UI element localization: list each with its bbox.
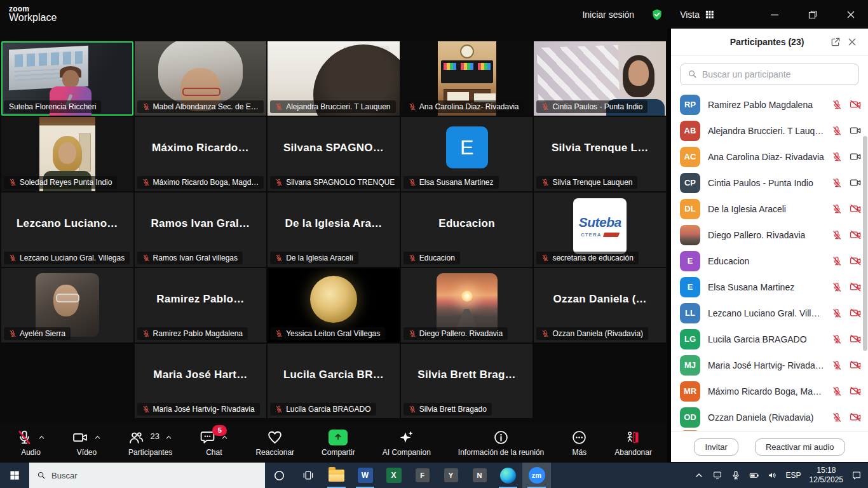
app-y-button[interactable]: Y [437,463,465,488]
video-tile-ana-carolina[interactable]: Ana Carolina Diaz- Rivadavia [401,41,533,116]
video-tile-ramirez[interactable]: Ramirez Pablo… Ramirez Pablo Magdalena [135,268,267,342]
video-tile-maximo[interactable]: Máximo Ricardo… Máximo Ricardo Boga, Mag… [135,117,267,191]
camera-off-icon [850,98,862,111]
participant-row[interactable]: E Educacion [680,248,862,274]
tray-device-icon[interactable] [712,470,722,480]
meeting-stage: Suteba Florencia Riccheri Mabel Albondan… [0,29,667,463]
video-tile-elsa[interactable]: E Elsa Susana Martinez [401,117,533,191]
video-options-caret[interactable] [94,434,101,441]
search-participant-input[interactable] [680,64,859,85]
participant-row[interactable] [680,430,862,431]
video-tile-cintia[interactable]: Cintia Paulos - Punta Indio [534,41,666,116]
restore-button[interactable] [802,5,824,24]
minimize-button[interactable] [764,5,785,24]
video-tile-ayelen[interactable]: Ayelén Sierra [1,268,133,342]
participant-name: Cintia Paulos - Punta Indio [708,178,824,188]
unmute-my-audio-button[interactable]: Reactivar mi audio [755,438,845,456]
participant-row[interactable]: LG Lucila Garcia BRAGADO [680,326,862,352]
video-tile-secretaria-educacion[interactable]: Suteba CTERA secretaria de educación [534,193,666,267]
participant-row[interactable]: E Elsa Susana Martinez [680,274,862,300]
search-icon [688,69,697,79]
video-tile-silvia-brett[interactable]: Silvia Brett Brag… Silvia Brett Bragado [401,344,533,418]
video-tile-alejandra[interactable]: Alejandra Bruccieri. T Lauquen [268,41,400,116]
file-explorer-button[interactable] [322,463,351,488]
video-tile-soledad[interactable]: Soledad Reyes Punta Indio [1,117,133,191]
view-button[interactable]: Vista [680,10,714,20]
tray-battery-icon[interactable] [749,470,759,480]
audio-options-caret[interactable] [38,434,45,441]
name-label: Silvana SPAGNOLO TRENQUE [270,176,400,189]
camera-on-icon [850,177,862,189]
video-tile-lezcano[interactable]: Lezcano Luciano… Lezcano Luciano Gral. V… [1,193,133,267]
video-tile-diego[interactable]: Diego Pallero. Rivadavia [401,268,533,342]
name-label: Cintia Paulos - Punta Indio [536,100,648,113]
chat-options-caret[interactable] [221,434,228,441]
participant-row[interactable]: RP Ramirez Pablo Magdalena [680,92,862,118]
tray-microphone-icon[interactable] [731,470,741,480]
participant-row[interactable]: AB Alejandra Bruccieri. T Lauquen [680,118,862,144]
audio-label: Audio [21,448,41,457]
participant-row[interactable]: AC Ana Carolina Diaz- Rivadavia [680,144,862,170]
excel-button[interactable]: X [379,463,408,488]
moon-avatar [310,276,357,323]
popout-panel-button[interactable] [827,34,844,50]
app-n-button[interactable]: N [465,463,494,488]
ai-companion-button[interactable]: AI Companion [383,430,431,457]
camera-off-icon [850,359,862,371]
video-tile-ramos[interactable]: Ramos Ivan Gral… Ramos Ivan Gral villega… [135,193,267,267]
start-button[interactable] [0,463,29,488]
cortana-button[interactable] [265,463,294,488]
edge-button[interactable] [494,463,522,488]
view-label: Vista [680,10,700,20]
word-button[interactable]: W [351,463,379,488]
participant-row[interactable]: LL Lezcano Luciano Gral. Villegas [680,300,862,326]
leave-button[interactable]: Abandonar [614,430,652,457]
avatar: MJ [680,355,700,376]
participants-button[interactable]: 23 Participantes [128,430,172,457]
video-tile-de-la-iglesia[interactable]: De la Iglesia Ara… De la Iglesia Araceli [268,193,400,267]
participant-row[interactable]: MJ Maria José Hartvig- Rivadavia [680,352,862,378]
audio-button[interactable]: Audio [17,430,45,457]
video-tile-mabel[interactable]: Mabel Albondanza Sec. de E… [135,41,267,116]
task-view-button[interactable] [294,463,322,488]
video-tile-yessica[interactable]: Yessica Leiton Gral Villegas [268,268,400,342]
more-button[interactable]: Más [571,430,587,457]
taskbar-search-box[interactable]: Buscar [29,463,265,488]
participants-options-caret[interactable] [165,434,172,441]
video-tile-ozzan[interactable]: Ozzan Daniela (… Ozzan Daniela (Rivadavi… [534,268,666,342]
video-tile-silvana[interactable]: Silvana SPAGNO… Silvana SPAGNOLO TRENQUE [268,117,400,191]
chat-button[interactable]: 5 Chat [200,430,228,457]
mic-muted-icon [541,179,549,186]
panel-scrollbar[interactable] [863,136,867,351]
tray-expand-caret-icon[interactable] [694,470,704,480]
participant-row[interactable]: Diego Pallero. Rivadavia [680,222,862,248]
participant-row[interactable]: OD Ozzan Daniela (Rivadavia) [680,404,862,430]
camera-off-icon [850,203,862,215]
security-shield-icon[interactable] [651,8,663,21]
app-f-button[interactable]: F [408,463,437,488]
sign-in-link[interactable]: Iniciar sesión [582,10,634,20]
avatar [680,430,700,431]
invite-button[interactable]: Invitar [694,438,738,456]
video-button[interactable]: Vídeo [72,430,101,457]
taskbar-clock[interactable]: 15:18 12/5/2025 [810,466,843,485]
share-screen-button[interactable]: Compartir [322,430,355,457]
video-tile-silvia-trenque[interactable]: Silvia Trenque L… Silvia Trenque Lauquen [534,117,666,191]
zoom-app-button[interactable]: zm [522,463,551,488]
participant-row[interactable]: MR Máximo Ricardo Boga, Magdal… [680,378,862,404]
video-tile-lucila[interactable]: Lucila Garcia BR… Lucila Garcia BRAGADO [268,344,400,418]
language-indicator[interactable]: ESP [786,471,801,480]
tray-speaker-icon[interactable] [768,470,778,480]
action-center-icon[interactable] [851,470,862,480]
close-panel-button[interactable] [844,34,860,50]
video-tile-educacion[interactable]: Educacion Educacion [401,193,533,267]
participant-row[interactable]: CP Cintia Paulos - Punta Indio [680,170,862,196]
meeting-info-button[interactable]: Información de la reunión [458,430,544,457]
react-button[interactable]: Reaccionar [255,430,294,457]
participant-row[interactable]: DL De la Iglesia Araceli [680,196,862,222]
video-tile-maria-jose[interactable]: Maria José Hart… Maria José Hartvig- Riv… [135,344,267,418]
video-tile-suteba-florencia[interactable]: Suteba Florencia Riccheri [1,41,133,116]
meeting-toolbar: Audio Vídeo 23 [0,423,667,463]
mic-muted-icon [832,334,842,344]
close-button[interactable] [840,5,862,24]
